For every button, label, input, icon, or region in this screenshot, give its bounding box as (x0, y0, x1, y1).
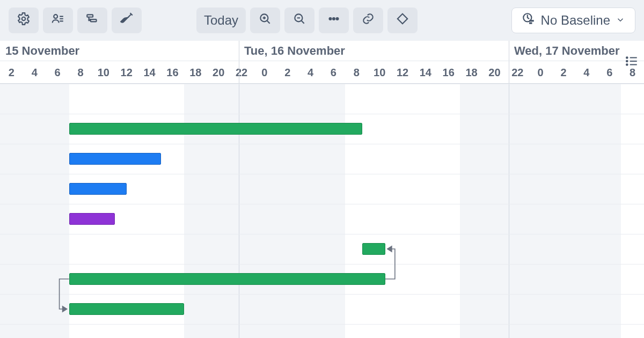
indent-button[interactable] (77, 8, 107, 33)
svg-rect-11 (529, 20, 534, 21)
ellipsis-icon (327, 12, 341, 29)
hour-cell: 0 (529, 61, 552, 84)
hour-cell: 8 (69, 61, 92, 84)
hour-cell: 14 (414, 61, 437, 84)
dependency-arrow (0, 84, 644, 338)
zoom-in-icon (258, 12, 272, 29)
hour-cell: 6 (322, 61, 345, 84)
hour-cell: 6 (46, 61, 69, 84)
svg-point-0 (22, 17, 26, 21)
hour-cell: 18 (184, 61, 207, 84)
link-button[interactable] (353, 8, 383, 33)
dig-button[interactable] (112, 8, 142, 33)
svg-rect-2 (87, 14, 93, 17)
hour-cell: 20 (207, 61, 230, 84)
svg-rect-12 (529, 23, 532, 24)
hour-cell: 2 (0, 61, 23, 84)
hour-row: 2468101214161820220246810121416182022024… (0, 61, 644, 84)
hour-cell: 12 (115, 61, 138, 84)
chevron-down-icon (616, 13, 625, 28)
today-button[interactable]: Today (196, 8, 246, 33)
zoom-in-button[interactable] (250, 8, 280, 33)
hour-cell: 0 (253, 61, 276, 84)
hour-cell: 14 (138, 61, 161, 84)
zoom-out-button[interactable] (284, 8, 314, 33)
hour-cell: 4 (575, 61, 598, 84)
hour-cell: 18 (460, 61, 483, 84)
hour-cell: 10 (92, 61, 115, 84)
hour-cell: 6 (598, 61, 621, 84)
hour-cell: 2 (276, 61, 299, 84)
hour-cell: 4 (23, 61, 46, 84)
milestone-button[interactable] (387, 8, 418, 33)
more-button[interactable] (319, 8, 349, 33)
baseline-icon (522, 12, 536, 29)
assignees-button[interactable] (43, 8, 73, 33)
diamond-icon (396, 12, 409, 29)
gantt-chart[interactable] (0, 84, 644, 338)
svg-point-8 (336, 18, 339, 20)
toolbar: Today No Baseline (0, 0, 644, 41)
timeline-header: 15 November Tue, 16 November Wed, 17 Nov… (0, 41, 644, 84)
svg-point-7 (333, 18, 335, 20)
svg-point-6 (330, 18, 332, 20)
hour-cell: 16 (437, 61, 460, 84)
hour-cell: 16 (161, 61, 184, 84)
list-icon (625, 54, 639, 70)
hour-cell: 22 (506, 61, 529, 84)
svg-point-1 (54, 14, 57, 18)
svg-rect-9 (398, 14, 407, 24)
svg-point-14 (626, 60, 628, 62)
hour-cell: 12 (391, 61, 414, 84)
day-separator (239, 61, 239, 84)
hour-cell: 4 (299, 61, 322, 84)
day-label: Wed, 17 November (514, 44, 619, 58)
zoom-out-icon (292, 12, 306, 29)
day-row: 15 November Tue, 16 November Wed, 17 Nov… (0, 41, 644, 61)
list-toggle-button[interactable] (623, 53, 641, 71)
svg-point-13 (626, 56, 628, 58)
shovel-icon (120, 12, 134, 29)
day-separator (509, 41, 509, 61)
hour-cell: 22 (230, 61, 253, 84)
baseline-label: No Baseline (541, 13, 610, 28)
day-separator (239, 41, 239, 61)
user-list-icon (51, 12, 65, 29)
link-icon (361, 12, 375, 29)
gear-icon (17, 12, 31, 29)
day-label: 15 November (5, 44, 79, 58)
hour-cell: 10 (368, 61, 391, 84)
hour-cell: 20 (483, 61, 506, 84)
baseline-dropdown[interactable]: No Baseline (511, 8, 635, 33)
svg-point-15 (626, 63, 628, 65)
today-label: Today (204, 13, 238, 28)
hour-cell: 8 (345, 61, 368, 84)
task-indent-icon (85, 12, 99, 29)
day-separator (509, 61, 509, 84)
settings-button[interactable] (9, 8, 39, 33)
day-label: Tue, 16 November (244, 44, 345, 58)
hour-cell: 2 (552, 61, 575, 84)
